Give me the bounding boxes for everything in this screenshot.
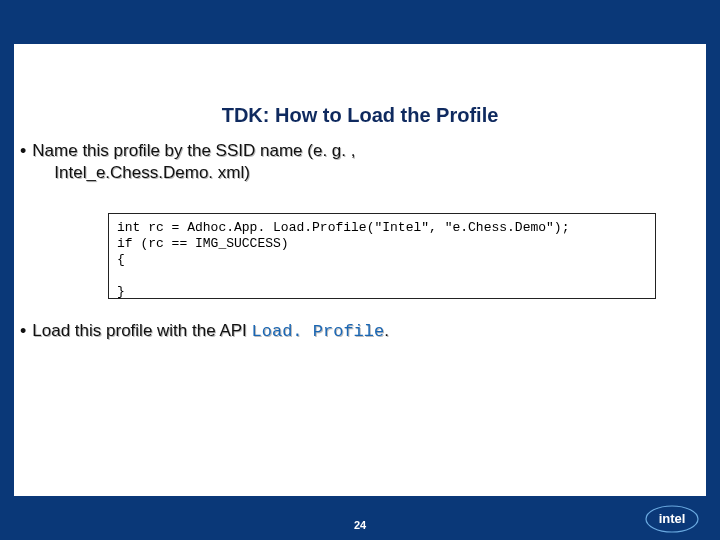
bullet-prefix: Load this profile with the API (32, 321, 251, 340)
bullet-dot: • (20, 320, 26, 342)
api-name: Load. Profile (252, 322, 385, 341)
slide-title: TDK: How to Load the Profile (14, 104, 706, 127)
intel-logo: intel (644, 504, 700, 534)
bullet-text-line2: Intel_e.Chess.Demo. xml) (32, 162, 355, 184)
page-number: 24 (0, 519, 720, 531)
bullet-text-2: Load this profile with the API Load. Pro… (32, 320, 389, 343)
bullet-item-1: • Name this profile by the SSID name (e.… (20, 140, 686, 184)
bullet-item-2: • Load this profile with the API Load. P… (20, 320, 686, 343)
bullet-suffix: . (384, 321, 389, 340)
bullet-list-1: • Name this profile by the SSID name (e.… (20, 140, 686, 190)
bullet-list-2: • Load this profile with the API Load. P… (20, 320, 686, 349)
code-block: int rc = Adhoc.App. Load.Profile("Intel"… (108, 213, 656, 299)
bullet-text-line1: Name this profile by the SSID name (e. g… (32, 140, 355, 162)
slide-content-area: TDK: How to Load the Profile • Name this… (14, 44, 706, 496)
intel-logo-text: intel (659, 511, 686, 526)
bullet-dot: • (20, 140, 26, 162)
